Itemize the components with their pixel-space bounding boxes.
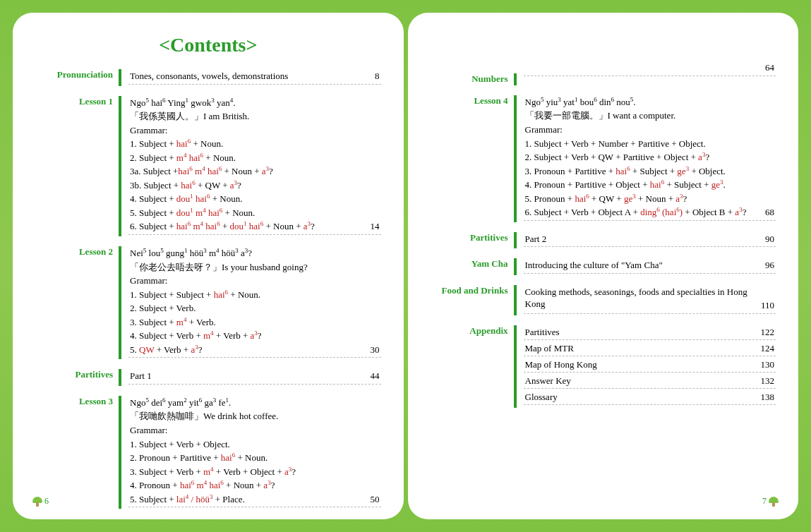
page-num: 30: [371, 344, 380, 356]
right-footer: 7: [762, 496, 779, 507]
label-lesson3: Lesson 3: [35, 396, 119, 509]
label-lesson1: Lesson 1: [35, 96, 119, 236]
entry-lesson3: Lesson 3 Ngo5 dei6 yam2 yit6 ga3 fe1. 「我…: [35, 396, 381, 509]
pronunciation-text: Tones, consonants, vowels, demonstration…: [128, 69, 381, 85]
entry-appendix: Appendix Partitives122Map of MTR124Map o…: [431, 325, 776, 408]
l1-romanization: Ngo5 hai6 Ying1 gwok3 yan4.: [128, 96, 381, 110]
l1-grammar-label: Grammar:: [128, 123, 381, 138]
l1-translation: 「我係英國人。」I am British.: [128, 109, 381, 123]
appendix-body: Partitives122Map of MTR124Map of Hong Ko…: [514, 325, 776, 408]
entry-food: Food and Drinks Cooking methods, seasoni…: [431, 285, 776, 315]
page-num: 50: [371, 493, 380, 506]
label-lesson2: Lesson 2: [35, 246, 119, 359]
entry-lesson1: Lesson 1 Ngo5 hai6 Ying1 gwok3 yan4. 「我係…: [35, 96, 381, 236]
entry-partitives1: Partitives Part 1 44: [35, 369, 381, 386]
mushroom-icon: [32, 497, 42, 507]
left-page: <Contents> Pronunciation Tones, consonan…: [13, 13, 404, 519]
entry-yamcha: Yam Cha Introducing the culture of "Yam …: [431, 258, 776, 275]
entry-numbers: Numbers 64: [431, 73, 776, 85]
right-page: Numbers 64 Lesson 4 Ngo5 yiu3 yat1 bou6 …: [408, 13, 799, 519]
page-num: 44: [371, 370, 380, 382]
body-lesson1: Ngo5 hai6 Ying1 gwok3 yan4. 「我係英國人。」I am…: [119, 96, 381, 236]
entry-lesson4: Lesson 4 Ngo5 yiu3 yat1 bou6 din6 nou5. …: [431, 95, 776, 222]
appendix-item: Map of MTR124: [524, 341, 776, 356]
page-num: 14: [371, 220, 380, 233]
label-partitives1: Partitives: [35, 369, 119, 386]
body-lesson2: Nei5 lou5 gung1 höü3 m4 höü3 a3? 「你老公去唔去…: [119, 246, 381, 359]
entry-pronunciation: Pronunciation Tones, consonants, vowels,…: [35, 69, 381, 86]
appendix-item: Glossary138: [524, 390, 776, 405]
body-pronunciation: Tones, consonants, vowels, demonstration…: [119, 69, 381, 86]
appendix-item: Partitives122: [524, 325, 776, 340]
left-footer: 6: [32, 496, 49, 507]
contents-title: <Contents>: [35, 34, 381, 56]
appendix-item: Answer Key132: [524, 374, 776, 389]
entry-lesson2: Lesson 2 Nei5 lou5 gung1 höü3 m4 höü3 a3…: [35, 246, 381, 359]
entry-partitives2: Partitives Part 2 90: [431, 232, 776, 249]
mushroom-icon: [769, 497, 779, 507]
l1-last: 6. Subject + hai6 m4 hai6 + dou1 hai6 + …: [128, 219, 381, 235]
label-pronunciation: Pronunciation: [35, 69, 119, 86]
page-spread: <Contents> Pronunciation Tones, consonan…: [0, 0, 811, 532]
page-num: 8: [375, 70, 380, 83]
appendix-item: Map of Hong Kong130: [524, 358, 776, 373]
